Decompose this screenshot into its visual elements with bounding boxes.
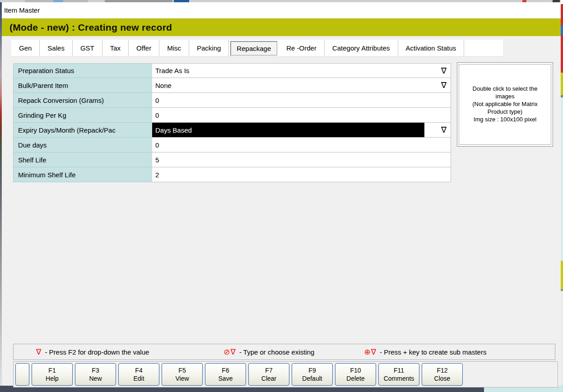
button-key: F10 — [350, 366, 361, 374]
tab-activation-status[interactable]: Activation Status — [398, 40, 465, 56]
field-label: Bulk/Parent Item — [13, 78, 152, 93]
minimum-shelf-life-field[interactable]: 2 — [152, 167, 451, 182]
button-label: View — [175, 374, 189, 383]
image-select-panel[interactable]: Double click to select the images (Not a… — [457, 62, 553, 147]
type-or-choose-legend-icon: ⊘∇ — [223, 347, 236, 357]
comments-button[interactable]: F11 Comments — [378, 363, 419, 386]
field-value: None — [155, 82, 172, 89]
clear-button[interactable]: F7 Clear — [248, 363, 289, 386]
new-button[interactable]: F3 New — [75, 363, 116, 386]
button-key: F5 — [178, 366, 186, 374]
field-label: Preparation Status — [13, 63, 152, 78]
field-label: Shelf Life — [13, 152, 152, 167]
image-select-panel-inner: Double click to select the images (Not a… — [459, 64, 551, 145]
save-button[interactable]: F6 Save — [205, 363, 246, 386]
tab-gen[interactable]: Gen — [11, 40, 40, 56]
button-label: Comments — [384, 374, 414, 383]
tab-sales[interactable]: Sales — [40, 40, 73, 56]
button-key: F12 — [437, 366, 447, 374]
button-key: F1 — [48, 366, 56, 374]
bulk-parent-item-field[interactable]: None ∇ — [152, 78, 451, 93]
dropdown-icon[interactable]: ∇ — [441, 81, 447, 89]
dropdown-icon[interactable]: ∇ — [441, 126, 447, 134]
form-row-minimum-shelf-life: Minimum Shelf Life 2 — [13, 167, 451, 182]
tab-repackage[interactable]: Repackage — [230, 41, 277, 55]
help-button[interactable]: F1 Help — [32, 363, 73, 386]
field-value: Days Based — [155, 126, 192, 134]
legend-item-type-or-choose: ⊘∇ - Type or choose existing — [223, 347, 314, 357]
legend-item-sub-masters: ⊕∇ - Press + key to create sub masters — [364, 347, 486, 357]
repack-conversion-field[interactable]: 0 — [152, 93, 451, 108]
field-value: 0 — [155, 141, 159, 149]
screen: Item Master (Mode - new) : Creating new … — [0, 0, 563, 392]
form-row-grinding-per-kg: Grinding Per Kg 0 — [13, 108, 451, 123]
legend-item-dropdown: ∇ - Press F2 for drop-down the value — [36, 347, 149, 357]
tab-bar-spacer — [464, 40, 504, 56]
tab-offer[interactable]: Offer — [129, 40, 159, 56]
edit-button[interactable]: F4 Edit — [118, 363, 159, 386]
legend-text: - Press + key to create sub masters — [380, 348, 486, 356]
default-button[interactable]: F9 Default — [292, 363, 333, 386]
field-value: 5 — [155, 156, 159, 164]
tab-category-attributes[interactable]: Category Attributes — [325, 40, 398, 56]
button-label: Save — [219, 374, 233, 383]
tab-misc[interactable]: Misc — [159, 40, 189, 56]
function-key-toolbar: F1 Help F3 New F4 Edit F5 View F6 Save F… — [13, 361, 558, 387]
field-value: 0 — [155, 97, 159, 104]
expiry-days-month-field[interactable]: Days Based ∇ — [152, 123, 451, 138]
preparation-status-field[interactable]: Trade As Is ∇ — [152, 63, 451, 78]
button-label: New — [89, 374, 102, 383]
form-row-bulk-parent-item: Bulk/Parent Item None ∇ — [13, 78, 451, 93]
selected-value-highlight[interactable]: Days Based — [152, 123, 424, 137]
field-label: Minimum Shelf Life — [13, 167, 152, 182]
field-label: Repack Conversion (Grams) — [13, 93, 152, 108]
delete-button[interactable]: F10 Delete — [335, 363, 376, 386]
field-value: 0 — [155, 111, 159, 119]
sub-masters-legend-icon: ⊕∇ — [364, 347, 377, 357]
legend-text: - Type or choose existing — [239, 348, 314, 356]
form-row-preparation-status: Preparation Status Trade As Is ∇ — [13, 63, 451, 78]
tab-gst[interactable]: GST — [73, 40, 102, 56]
dropdown-icon[interactable]: ∇ — [441, 67, 447, 75]
blank-button[interactable] — [15, 363, 29, 386]
button-key: F7 — [265, 366, 272, 374]
shelf-life-field[interactable]: 5 — [152, 152, 451, 167]
tab-tax[interactable]: Tax — [102, 40, 129, 56]
window-title-bar: Item Master — [2, 2, 561, 18]
button-label: Close — [434, 374, 451, 383]
window-title: Item Master — [4, 6, 40, 14]
dropdown-legend-icon: ∇ — [36, 347, 42, 357]
background-right-sliver — [561, 0, 563, 392]
field-label: Grinding Per Kg — [13, 108, 152, 123]
button-label: Edit — [133, 374, 144, 383]
button-key: F4 — [135, 366, 142, 374]
button-key: F11 — [394, 366, 404, 374]
field-label: Due days — [13, 138, 152, 152]
mode-banner-text: (Mode - new) : Creating new record — [9, 22, 172, 33]
button-key: F9 — [308, 366, 316, 374]
button-label: Help — [46, 374, 59, 383]
legend-bar: ∇ - Press F2 for drop-down the value ⊘∇ … — [13, 344, 555, 360]
form-row-expiry-days-month: Expiry Days/Month (Repack/Pac Days Based… — [13, 123, 451, 138]
button-key: F6 — [222, 366, 229, 374]
image-panel-text: (Not applicable for Matrix Product type) — [464, 101, 547, 116]
view-button[interactable]: F5 View — [162, 363, 203, 386]
form-row-shelf-life: Shelf Life 5 — [13, 152, 451, 167]
grinding-per-kg-field[interactable]: 0 — [152, 108, 451, 123]
mode-banner: (Mode - new) : Creating new record — [2, 18, 561, 36]
image-panel-text: Img size : 100x100 pixel — [464, 116, 547, 124]
tab-packing[interactable]: Packing — [189, 40, 229, 56]
field-value: Trade As Is — [155, 67, 189, 74]
button-label: Default — [302, 374, 322, 383]
close-button[interactable]: F12 Close — [422, 363, 463, 386]
repackage-form: Preparation Status Trade As Is ∇ Bulk/Pa… — [13, 63, 451, 182]
button-label: Delete — [346, 374, 364, 383]
tab-re-order[interactable]: Re -Order — [279, 40, 325, 56]
legend-text: - Press F2 for drop-down the value — [45, 348, 149, 356]
button-label: Clear — [261, 374, 276, 383]
item-master-window: Item Master (Mode - new) : Creating new … — [2, 2, 561, 386]
field-value: 2 — [155, 171, 159, 179]
field-label: Expiry Days/Month (Repack/Pac — [13, 123, 152, 138]
tab-bar: Gen Sales GST Tax Offer Misc Packing Rep… — [11, 40, 504, 57]
due-days-field[interactable]: 0 — [152, 138, 451, 152]
